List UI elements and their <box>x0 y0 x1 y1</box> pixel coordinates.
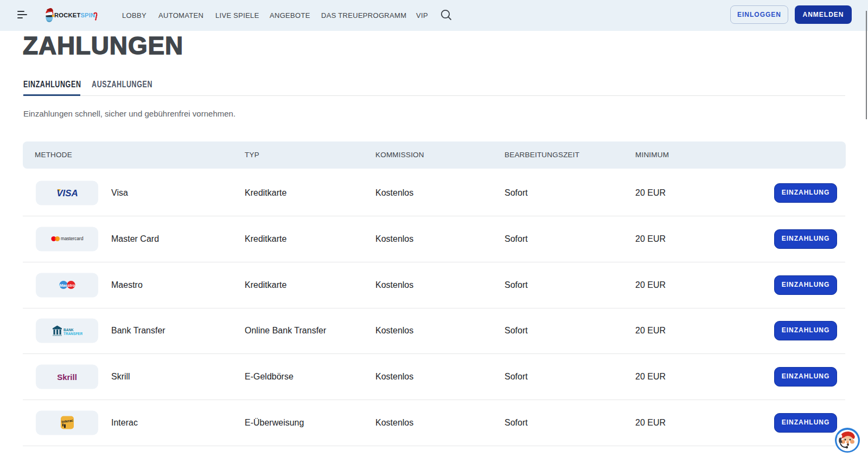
svg-text:Maestro: Maestro <box>59 283 75 288</box>
svg-text:BANK: BANK <box>63 327 74 331</box>
svg-text:TRANSFER: TRANSFER <box>63 331 82 335</box>
svg-text:mastercard: mastercard <box>61 236 84 242</box>
svg-text:VISA: VISA <box>56 188 78 198</box>
